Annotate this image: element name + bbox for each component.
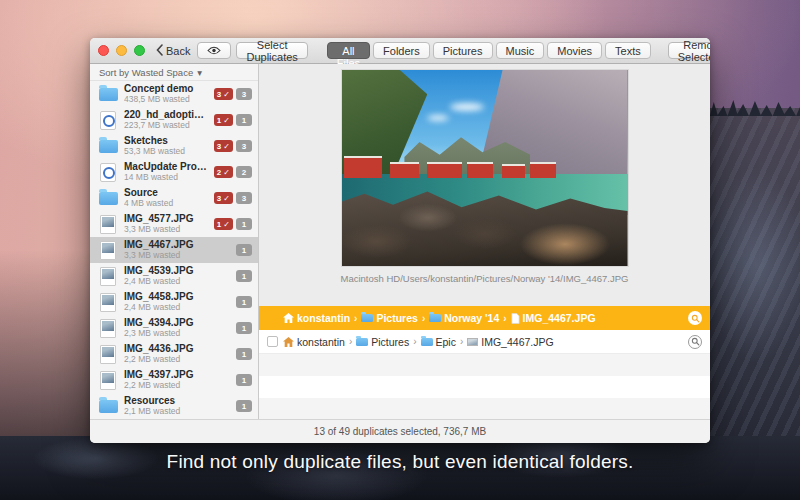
preview-toggle-button[interactable] (197, 42, 231, 59)
sidebar-item[interactable]: IMG_4397.JPG2,2 MB wasted1 (90, 367, 258, 393)
wallpaper-treeline (702, 96, 800, 116)
sort-dropdown[interactable]: Sort by Wasted Space ▾ (90, 64, 258, 81)
folder-icon (361, 314, 373, 322)
chevron-left-icon (156, 44, 163, 58)
home-icon (283, 313, 294, 323)
breadcrumb-segment[interactable]: IMG_4467.JPG (511, 312, 596, 324)
breadcrumb: konstantin›Pictures›Norway '14›IMG_4467.… (283, 312, 596, 324)
breadcrumb-separator: › (503, 313, 506, 324)
duplicate-path-row[interactable]: konstantin›Pictures›Norway '14›IMG_4467.… (259, 306, 710, 330)
main-panel: Macintosh HD/Users/konstantin/Pictures/N… (259, 64, 710, 419)
item-name: IMG_4436.JPG (124, 343, 230, 355)
duplicate-count-badge: 2 (236, 166, 252, 178)
sidebar-item[interactable]: IMG_4467.JPG3,3 MB wasted1 (90, 237, 258, 263)
sidebar-item[interactable]: IMG_4394.JPG2,3 MB wasted1 (90, 315, 258, 341)
remove-selected-button[interactable]: Remove Selected... (668, 42, 710, 59)
tab-all-files[interactable]: All Files (327, 42, 370, 59)
item-name: Source (124, 187, 208, 199)
duplicates-sidebar: Sort by Wasted Space ▾ Concept demo438,5… (90, 64, 259, 419)
breadcrumb: konstantin›Pictures›Epic›IMG_4467.JPG (283, 336, 554, 348)
breadcrumb-segment[interactable]: Pictures (361, 312, 417, 324)
breadcrumb-segment[interactable]: IMG_4467.JPG (467, 336, 553, 348)
sidebar-item[interactable]: MacUpdate Promo.mov14 MB wasted2 ✓2 (90, 159, 258, 185)
folder-icon (356, 338, 368, 346)
segment-label: Pictures (376, 312, 417, 324)
item-wasted-space: 3,3 MB wasted (124, 251, 230, 261)
segment-label: Pictures (371, 336, 409, 348)
selected-count-badge: 3 ✓ (214, 192, 233, 204)
photo-cabin (344, 156, 381, 178)
back-button[interactable]: Back (154, 42, 192, 59)
photo-cabin (467, 162, 493, 178)
duplicate-count-badge: 1 (236, 374, 252, 386)
item-wasted-space: 53,3 MB wasted (124, 147, 208, 157)
duplicate-count-badge: 1 (236, 244, 252, 256)
sidebar-item[interactable]: Resources2,1 MB wasted1 (90, 393, 258, 419)
window-content: Sort by Wasted Space ▾ Concept demo438,5… (90, 64, 710, 419)
item-name: 220_hd_adopting_advanced... (124, 109, 208, 121)
sidebar-item[interactable]: IMG_4458.JPG2,4 MB wasted1 (90, 289, 258, 315)
folder-icon (98, 140, 118, 153)
photo-preview (342, 70, 628, 266)
sidebar-item[interactable]: 220_hd_adopting_advanced...223,7 MB wast… (90, 107, 258, 133)
minimize-window-button[interactable] (116, 45, 127, 56)
sidebar-item[interactable]: IMG_4436.JPG2,2 MB wasted1 (90, 341, 258, 367)
breadcrumb-separator: › (413, 336, 416, 347)
breadcrumb-segment[interactable]: konstantin (283, 312, 350, 324)
sort-label: Sort by Wasted Space (99, 67, 193, 78)
selected-count-badge: 1 ✓ (214, 218, 233, 230)
item-name: Concept demo (124, 83, 208, 95)
sidebar-item[interactable]: IMG_4577.JPG3,3 MB wasted1 ✓1 (90, 211, 258, 237)
path-checkbox[interactable] (267, 336, 278, 347)
item-wasted-space: 2,2 MB wasted (124, 355, 230, 365)
tab-pictures[interactable]: Pictures (433, 42, 493, 59)
breadcrumb-segment[interactable]: Epic (421, 336, 456, 348)
folder-icon (421, 338, 433, 346)
folder-icon (98, 192, 118, 205)
item-name: Sketches (124, 135, 208, 147)
magnifier-icon[interactable] (688, 311, 702, 325)
duplicate-count-badge: 1 (236, 296, 252, 308)
duplicate-path-row[interactable]: konstantin›Pictures›Epic›IMG_4467.JPG (259, 330, 710, 354)
zoom-window-button[interactable] (134, 45, 145, 56)
breadcrumb-separator: › (349, 336, 352, 347)
breadcrumb-segment[interactable]: Pictures (356, 336, 409, 348)
photo-cabin (390, 162, 419, 178)
duplicate-count-badge: 1 (236, 348, 252, 360)
home-icon (283, 337, 294, 347)
filter-tabs: All FilesFoldersPicturesMusicMoviesTexts (327, 42, 651, 59)
select-duplicates-button[interactable]: Select Duplicates (236, 42, 307, 59)
duplicate-count-badge: 3 (236, 192, 252, 204)
close-window-button[interactable] (98, 45, 109, 56)
app-window: Back Select Duplicates All FilesFoldersP… (90, 38, 710, 443)
photo-cloud (427, 115, 449, 121)
chevron-down-icon: ▾ (197, 67, 202, 78)
segment-label: IMG_4467.JPG (481, 336, 553, 348)
empty-row (259, 376, 710, 398)
tab-music[interactable]: Music (496, 42, 545, 59)
breadcrumb-separator: › (354, 313, 357, 324)
item-wasted-space: 2,2 MB wasted (124, 381, 230, 391)
item-name: Resources (124, 395, 230, 407)
status-bar: 13 of 49 duplicates selected, 736,7 MB (90, 419, 710, 443)
tab-texts[interactable]: Texts (605, 42, 651, 59)
item-name: IMG_4539.JPG (124, 265, 230, 277)
tab-movies[interactable]: Movies (547, 42, 602, 59)
selected-count-badge: 2 ✓ (214, 166, 233, 178)
selected-count-badge: 1 ✓ (214, 114, 233, 126)
breadcrumb-segment[interactable]: Norway '14 (429, 312, 499, 324)
duplicate-count-badge: 3 (236, 140, 252, 152)
sidebar-item[interactable]: Sketches53,3 MB wasted3 ✓3 (90, 133, 258, 159)
segment-label: Norway '14 (444, 312, 499, 324)
toolbar: Back Select Duplicates All FilesFoldersP… (90, 38, 710, 64)
sidebar-item[interactable]: Concept demo438,5 MB wasted3 ✓3 (90, 81, 258, 107)
duplicate-count-badge: 3 (236, 88, 252, 100)
window-controls (98, 45, 145, 56)
magnifier-icon[interactable] (688, 335, 702, 349)
tab-folders[interactable]: Folders (373, 42, 430, 59)
duplicate-count-badge: 1 (236, 322, 252, 334)
item-wasted-space: 4 MB wasted (124, 199, 208, 209)
sidebar-item[interactable]: IMG_4539.JPG2,4 MB wasted1 (90, 263, 258, 289)
sidebar-item[interactable]: Source4 MB wasted3 ✓3 (90, 185, 258, 211)
breadcrumb-segment[interactable]: konstantin (283, 336, 345, 348)
